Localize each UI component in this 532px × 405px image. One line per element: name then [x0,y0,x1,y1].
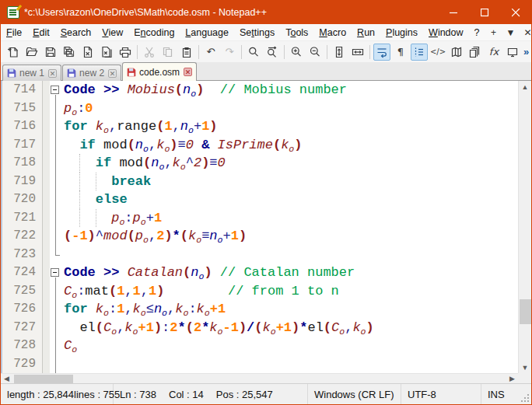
fold-margin[interactable] [50,190,61,209]
code-line[interactable]: (-1)^mod(po,2)*(ko≡no+1) [61,227,518,246]
bookmark-margin[interactable] [43,319,50,337]
sync-horizontal-scroll-icon[interactable] [349,44,366,61]
menu-macro[interactable]: Macro [313,26,352,40]
code-line[interactable]: for ko,range(1,no+1) [61,117,518,136]
tab-close-icon[interactable]: ✕ [184,68,192,76]
fold-margin[interactable] [50,282,61,301]
menu-encoding[interactable]: Encoding [128,26,180,40]
fold-margin[interactable] [50,300,61,319]
bookmark-margin[interactable] [43,190,50,209]
horizontal-scroll-track[interactable] [12,374,506,384]
close-document-icon[interactable] [79,44,96,61]
code-line[interactable]: else [61,190,518,209]
fold-margin[interactable] [50,319,61,337]
new-file-icon[interactable] [5,44,22,61]
code-line[interactable]: if mod(no,ko)≡0 & IsPrime(ko) [61,136,518,155]
code-line[interactable]: for ko:1,ko≤no,ko:ko+1 [61,300,518,319]
menu-settings[interactable]: Settings [234,26,280,40]
scroll-right-icon[interactable]: ▶ [506,374,518,384]
bookmark-margin[interactable] [43,100,50,118]
horizontal-scroll-thumb[interactable] [14,375,73,383]
menu-view[interactable]: View [96,26,128,40]
fold-collapse-icon[interactable] [51,86,59,94]
print-icon[interactable] [117,44,134,61]
code-line[interactable]: el(Co,ko+1):2*(2*ko-1)/(ko+1)*el(Co,ko) [61,319,518,337]
bookmark-margin[interactable] [43,173,50,191]
code-line[interactable]: po:0 [61,100,518,118]
open-folder-icon[interactable] [23,44,40,61]
bookmark-margin[interactable] [43,227,50,246]
tab-new-2[interactable]: new 2✕ [62,65,121,81]
close-all-documents-icon[interactable] [98,44,115,61]
bookmark-margin[interactable] [43,209,50,228]
bookmark-margin[interactable] [43,136,50,155]
document-map-icon[interactable] [448,44,465,61]
code-line[interactable] [61,246,518,264]
undo-icon[interactable]: ↶ [202,44,219,61]
find-icon[interactable] [245,44,262,61]
fold-collapse-icon[interactable] [51,268,59,277]
code-line[interactable]: break [61,173,518,191]
menu-tools[interactable]: Tools [280,26,313,40]
menu-window[interactable]: Window [423,26,468,40]
tab-code-osm[interactable]: code.osm✕ [122,62,197,81]
bookmark-margin[interactable] [43,81,50,100]
maximize-button[interactable] [469,1,500,24]
tab-new-1[interactable]: new 1✕ [2,65,61,81]
bookmark-margin[interactable] [43,337,50,355]
menu-dropdown-icon[interactable]: ▼ [502,27,520,38]
code-line[interactable]: Co:mat(1,1,1) // from 1 to n [61,282,518,301]
toolbar-overflow-icon[interactable]: » [523,46,529,58]
bookmark-margin[interactable] [43,117,50,136]
menu-search[interactable]: Search [55,26,97,40]
scroll-left-icon[interactable]: ◀ [1,374,12,384]
zoom-out-icon[interactable] [306,44,324,61]
fold-margin[interactable] [50,136,61,155]
code-line[interactable]: Co [61,337,518,355]
tab-close-icon[interactable]: ✕ [108,69,117,78]
fold-margin[interactable] [50,337,61,355]
vertical-scroll-track[interactable] [519,93,532,361]
indent-guide-icon[interactable] [411,44,428,61]
fold-margin[interactable] [50,227,61,246]
fold-margin[interactable] [50,264,61,282]
code-editor[interactable]: 714Code >> Mobius(no) // Mobius number71… [2,81,518,373]
fold-margin[interactable] [50,117,61,136]
code-line[interactable]: po:po+1 [61,209,518,228]
resize-grip[interactable] [519,384,531,404]
zoom-in-icon[interactable] [288,44,305,61]
tab-close-icon[interactable]: ✕ [48,69,57,78]
fold-margin[interactable] [50,246,61,264]
close-button[interactable] [500,1,531,24]
editor-area[interactable]: 714Code >> Mobius(no) // Mobius number71… [1,81,531,373]
bookmark-margin[interactable] [43,300,50,319]
bookmark-margin[interactable] [43,264,50,282]
fold-margin[interactable] [50,81,61,100]
menu-plugins[interactable]: Plugins [380,26,423,40]
paste-icon[interactable] [178,44,195,61]
code-line[interactable]: if mod(no,ko^2)≡0 [61,154,518,173]
code-line[interactable]: Code >> Mobius(no) // Mobius number [61,81,518,100]
show-all-characters-icon[interactable]: ¶ [392,44,409,61]
replace-icon[interactable] [264,44,281,61]
fold-margin[interactable] [50,209,61,228]
document-list-icon[interactable] [467,44,484,61]
horizontal-scrollbar[interactable]: ◀ ▶ [1,373,518,383]
fold-margin[interactable] [50,173,61,191]
minimize-button[interactable] [438,1,469,24]
fold-margin[interactable] [50,355,61,374]
function-list-icon[interactable]: fx [485,44,502,61]
menu-close-icon[interactable]: ✕ [520,27,532,38]
menu-file[interactable]: File [1,26,27,40]
bookmark-margin[interactable] [43,355,50,374]
code-line[interactable]: Code >> Catalan(no) // Catalan number [61,264,518,282]
menu-run[interactable]: Run [352,26,380,40]
vertical-scroll-thumb[interactable] [520,299,531,324]
menu-language[interactable]: Language [180,26,234,40]
menu-edit[interactable]: Edit [27,26,55,40]
save-icon[interactable] [42,44,59,61]
word-wrap-icon[interactable] [373,44,390,61]
menu-plus-icon[interactable]: + [485,27,502,38]
bookmark-margin[interactable] [43,246,50,264]
fold-margin[interactable] [50,100,61,118]
